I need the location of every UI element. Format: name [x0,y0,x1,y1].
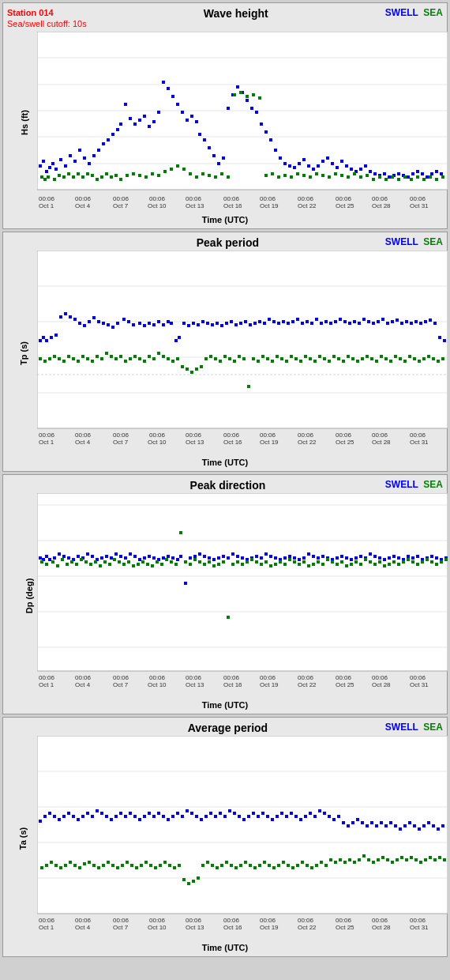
svg-text:00:06: 00:06 [186,432,202,439]
station-name: Station 014 [7,7,87,18]
svg-rect-278 [391,320,394,323]
svg-rect-97 [426,175,429,179]
svg-rect-152 [334,172,337,175]
svg-rect-583 [444,558,448,561]
svg-text:00:06: 00:06 [186,674,202,681]
svg-rect-329 [223,355,227,358]
svg-text:00:06: 00:06 [372,432,388,439]
svg-text:Oct 16: Oct 16 [223,202,242,209]
svg-rect-162 [397,178,400,181]
svg-rect-326 [209,355,212,358]
svg-rect-745 [244,861,247,864]
svg-rect-304 [105,352,108,355]
svg-rect-157 [366,174,369,177]
svg-rect-437 [162,556,165,560]
svg-rect-267 [339,318,342,321]
svg-text:Oct 31: Oct 31 [410,681,429,688]
svg-rect-160 [384,178,388,181]
svg-rect-33 [124,103,127,106]
svg-text:Oct 19: Oct 19 [260,681,279,688]
svg-rect-353 [337,357,340,360]
svg-rect-530 [193,558,197,561]
svg-text:00:06: 00:06 [336,917,352,924]
svg-text:Oct 13: Oct 13 [186,924,204,931]
svg-rect-724 [144,861,148,864]
svg-rect-623 [72,815,75,818]
svg-rect-426 [110,556,113,560]
avg-period-x-label: Time (UTC) [7,943,443,952]
svg-rect-655 [223,815,227,818]
svg-rect-367 [403,360,407,363]
svg-rect-23 [78,149,81,152]
svg-rect-48 [195,120,198,123]
svg-rect-430 [129,552,132,556]
svg-rect-774 [381,856,384,859]
svg-rect-621 [62,815,66,818]
svg-rect-279 [396,318,399,322]
svg-rect-740 [220,864,223,867]
svg-rect-168 [435,178,438,181]
svg-text:Oct 16: Oct 16 [223,439,242,446]
svg-rect-546 [269,564,272,567]
svg-rect-565 [359,563,362,566]
svg-rect-618 [48,812,51,815]
svg-rect-464 [288,555,291,558]
svg-text:Oct 22: Oct 22 [298,924,317,931]
svg-rect-282 [410,322,413,325]
svg-rect-233 [178,336,181,339]
svg-rect-221 [122,318,126,321]
svg-rect-762 [324,864,328,867]
svg-rect-562 [345,564,348,567]
svg-rect-91 [397,172,400,175]
svg-rect-446 [203,555,206,558]
svg-rect-781 [414,858,418,861]
svg-rect-616 [39,820,42,823]
svg-rect-28 [102,142,105,145]
svg-rect-260 [306,320,309,323]
svg-rect-477 [350,558,353,561]
svg-rect-333 [242,357,246,360]
svg-rect-330 [228,357,231,360]
svg-text:00:06: 00:06 [298,432,314,439]
svg-rect-216 [97,320,100,323]
svg-rect-74 [317,164,320,168]
svg-rect-293 [53,355,56,358]
svg-rect-251 [263,322,266,325]
svg-rect-318 [171,360,174,363]
svg-rect-40 [157,111,160,114]
svg-rect-54 [222,156,225,160]
svg-rect-748 [258,864,261,867]
svg-rect-444 [193,555,197,558]
svg-rect-372 [427,355,430,358]
svg-text:Oct 10: Oct 10 [148,924,167,931]
svg-rect-155 [353,172,356,175]
svg-rect-55 [227,107,230,110]
svg-rect-122 [144,175,148,179]
svg-rect-123 [151,172,154,175]
svg-rect-520 [146,563,149,566]
svg-rect-543 [255,560,258,564]
svg-rect-572 [392,560,396,564]
svg-rect-77 [331,162,334,165]
svg-rect-753 [282,861,285,864]
svg-rect-362 [380,355,383,358]
svg-rect-690 [389,821,392,824]
svg-text:Oct 16: Oct 16 [223,924,242,931]
svg-rect-452 [231,552,234,556]
svg-rect-523 [160,563,163,566]
svg-rect-373 [432,357,435,360]
svg-rect-371 [422,357,426,360]
svg-rect-312 [143,360,146,363]
svg-rect-85 [369,170,372,173]
svg-rect-677 [328,815,331,818]
svg-rect-64 [269,138,272,141]
svg-text:00:06: 00:06 [298,917,314,924]
svg-rect-107 [67,172,70,175]
svg-rect-214 [88,320,91,323]
svg-rect-342 [285,360,288,363]
svg-rect-270 [353,320,356,323]
svg-rect-726 [154,866,157,869]
svg-rect-521 [151,564,154,567]
svg-rect-80 [345,164,348,168]
svg-rect-642 [162,815,165,818]
